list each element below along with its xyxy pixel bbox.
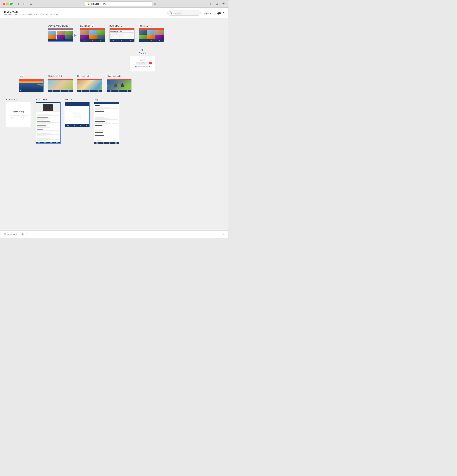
- screen-label-remnants-2: Remnants – 2: [109, 25, 122, 27]
- screen-thumb-settings[interactable]: AT FREE: [65, 102, 90, 127]
- push-nav-left-3: ‹: [107, 84, 108, 86]
- row-2-container: ▼ Objects VIDEO RELATED TOTAPPED OBJECT …: [63, 48, 222, 71]
- app-title-section: MVP2 v2.8 DESIGN SPEC • 13 screens, May …: [4, 10, 167, 16]
- screen-intro-video: Intro Video ONBOARDING VIDEO(in user's l…: [6, 98, 31, 127]
- screen-submit-video: Submit Video: [35, 98, 61, 144]
- screen-label-remnants-1: Remnants – 1: [80, 25, 93, 27]
- row-4: Intro Video ONBOARDING VIDEO(in user's l…: [6, 98, 222, 144]
- screen-label-push-3: Objects push 3: [107, 75, 121, 77]
- chevron-down-icon: ▾: [210, 11, 211, 14]
- screen-remnants-3: Remnants – 3 ✓: [139, 25, 164, 42]
- browser-window: ‹ › ⊡ 🔒 xd.adobe.com ↻ ⬆ ⧉ + MVP2 v2.8 D…: [0, 0, 229, 238]
- screen-thumb-intro[interactable]: ONBOARDING VIDEO(in user's language) Opt…: [6, 102, 31, 127]
- screen-label-objects-remnants: Objects w/ Remnants: [48, 25, 68, 27]
- sign-in-button[interactable]: Sign In: [215, 11, 224, 15]
- screen-thumb-push-2[interactable]: ‹ ›: [77, 79, 102, 92]
- add-tab-button[interactable]: +: [221, 1, 226, 6]
- tab-switcher-button[interactable]: ⊡: [28, 2, 34, 6]
- check-mark: ✓: [103, 30, 105, 32]
- screen-label-remnants-3: Remnants – 3: [139, 25, 152, 27]
- canvas-area: Objects w/ Remnants: [0, 18, 229, 230]
- screen-thumb-remnants-1[interactable]: ✓ ◀: [80, 28, 105, 42]
- check-mark-2: ✓: [162, 30, 163, 32]
- screen-thumb-push-1[interactable]: ‹ ›: [48, 79, 73, 92]
- connector-down-arrow: ▼: [141, 48, 144, 52]
- duplicate-tab-button[interactable]: ⧉: [214, 1, 219, 6]
- address-bar-container: 🔒 xd.adobe.com ↻: [35, 1, 206, 6]
- screen-thumb-remnants-3[interactable]: ✓: [139, 28, 164, 42]
- footer-brand: Made with Adobe XD: [4, 233, 29, 236]
- screen-label-settings: Settings: [65, 98, 72, 101]
- screen-settings: Settings AT FREE: [65, 98, 90, 127]
- minimize-button[interactable]: [6, 2, 9, 5]
- push-nav-right-1: ›: [72, 84, 72, 86]
- adobe-xd-cloud-icon: [25, 233, 29, 236]
- screen-splash: Splash Aashiyaan आशियाँ: [19, 75, 44, 92]
- push-nav-right-2: ›: [101, 84, 101, 86]
- app-title: MVP2 v2.8: [4, 10, 167, 13]
- footer-brand-text: Made with Adobe XD: [4, 233, 24, 236]
- share-button[interactable]: ⬆: [208, 1, 213, 6]
- search-icon: 🔍: [170, 11, 173, 14]
- screen-objects-push-3: Objects push 3 ‹: [107, 75, 132, 92]
- screens-grid: Objects w/ Remnants: [6, 25, 222, 144]
- screen-remnants-1: Remnants – 1 ✓: [80, 25, 105, 42]
- connector-right-arrow-1: ▶: [74, 33, 76, 37]
- screen-objects: Objects VIDEO RELATED TOTAPPED OBJECT Au…: [130, 52, 155, 71]
- screen-thumb-push-3[interactable]: ‹: [107, 79, 132, 92]
- screen-label-help: Help: [94, 98, 98, 101]
- search-placeholder: Search: [174, 12, 181, 14]
- screen-thumb-submit[interactable]: [35, 102, 61, 144]
- screen-help: Help: [94, 98, 119, 144]
- app-header: MVP2 v2.8 DESIGN SPEC • 13 screens, May …: [0, 8, 229, 18]
- zoom-level: 30%: [204, 11, 209, 14]
- row-3: Splash Aashiyaan आशियाँ: [19, 75, 222, 92]
- screen-thumb-remnants-2[interactable]: ENLARGED TAPPED PHOTO Audio is heard whe…: [109, 28, 134, 42]
- screen-label-push-2: Objects push 2: [77, 75, 91, 77]
- screen-objects-remnants: Objects w/ Remnants: [48, 25, 73, 42]
- app-footer: Made with Adobe XD ⊳: [0, 230, 229, 238]
- zoom-selector[interactable]: 30% ▾: [204, 11, 211, 14]
- app-subtitle: DESIGN SPEC • 13 screens, May 23, 2018 3…: [4, 13, 167, 16]
- screen-label-submit: Submit Video: [35, 98, 48, 101]
- address-bar[interactable]: 🔒 xd.adobe.com: [85, 1, 152, 6]
- reload-button[interactable]: ↻: [154, 2, 156, 5]
- back-button[interactable]: ‹: [16, 2, 21, 6]
- traffic-lights: [2, 2, 13, 5]
- browser-nav-buttons: ‹ ›: [16, 2, 26, 6]
- screen-objects-push-1: Objects push 1 ‹ ›: [48, 75, 73, 92]
- header-right: 🔍 Search 30% ▾ Sign In: [167, 10, 224, 16]
- screen-objects-push-2: Objects push 2 ‹ ›: [77, 75, 102, 92]
- screen-thumb-objects[interactable]: VIDEO RELATED TOTAPPED OBJECT Auto-send …: [130, 56, 155, 71]
- browser-actions: ⬆ ⧉ +: [208, 1, 226, 6]
- lock-icon: 🔒: [87, 2, 90, 5]
- screen-thumb-splash[interactable]: Aashiyaan आशियाँ: [19, 79, 44, 92]
- screen-label-objects: Objects: [130, 52, 155, 55]
- screen-label-splash: Splash: [19, 75, 25, 77]
- title-bar: ‹ › ⊡ 🔒 xd.adobe.com ↻ ⬆ ⧉ +: [0, 0, 229, 8]
- filter-icon: ⊳: [222, 232, 224, 236]
- forward-button[interactable]: ›: [21, 2, 26, 6]
- screen-label-intro: Intro Video: [6, 98, 16, 101]
- push-nav-left-2: ‹: [78, 84, 79, 86]
- close-button[interactable]: [2, 2, 5, 5]
- search-box[interactable]: 🔍 Search: [167, 10, 201, 16]
- push-nav-left-1: ‹: [49, 84, 50, 86]
- maximize-button[interactable]: [10, 2, 13, 5]
- screen-thumb-help[interactable]: [94, 102, 119, 144]
- screen-label-push-1: Objects push 1: [48, 75, 62, 77]
- screen-remnants-2: Remnants – 2 ENLARGED TAPPED PHOTO Audio…: [109, 25, 134, 42]
- row-1: Objects w/ Remnants: [48, 25, 222, 42]
- url-text: xd.adobe.com: [91, 2, 106, 5]
- screen-thumb-objects-remnants[interactable]: [48, 28, 73, 42]
